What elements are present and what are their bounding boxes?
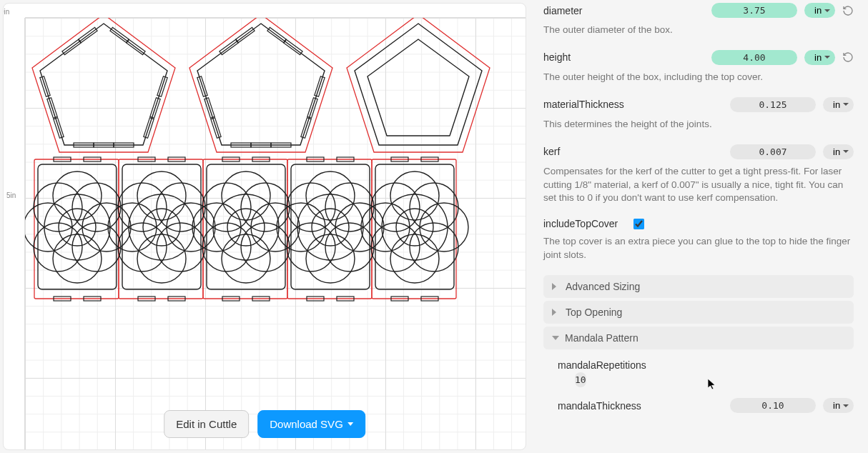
includetopcover-checkbox[interactable] [633, 219, 644, 229]
param-kerf-row: kerf 0.007 in [543, 141, 854, 161]
mandalathickness-unit-select[interactable]: in [823, 398, 854, 413]
mandalathickness-value-input[interactable]: 0.10 [730, 398, 816, 413]
parameters-sidebar: diameter 3.75 in The outer diameter of t… [529, 0, 868, 453]
kerf-unit-select[interactable]: in [823, 144, 854, 159]
canvas-button-row: Edit in Cuttle Download SVG [164, 410, 365, 438]
svg-marker-13 [32, 18, 175, 152]
section-advanced-sizing[interactable]: Advanced Sizing [543, 275, 854, 298]
materialthickness-unit-select[interactable]: in [823, 97, 854, 112]
param-description: This determines the height of the joints… [543, 114, 854, 141]
disclosure-closed-icon [552, 283, 560, 290]
param-includetopcover-row: includeTopCover [543, 215, 854, 231]
param-label: diameter [543, 5, 582, 16]
chevron-down-icon [347, 422, 353, 426]
diameter-value-input[interactable]: 3.75 [711, 3, 797, 18]
param-mandalarepetitions-row: mandalaRepetitions [543, 352, 854, 375]
param-diameter-row: diameter 3.75 in [543, 0, 854, 19]
param-mandalathickness-row: mandalaThickness 0.10 in [543, 391, 854, 417]
height-unit-select[interactable]: in [804, 50, 835, 65]
reset-icon[interactable] [842, 5, 854, 16]
svg-marker-22 [368, 39, 469, 136]
download-svg-button[interactable]: Download SVG [257, 410, 365, 438]
disclosure-closed-icon [552, 309, 560, 316]
reset-icon[interactable] [842, 51, 854, 63]
kerf-value-input[interactable]: 0.007 [730, 144, 816, 159]
param-description: Compensates for the kerf of the cutter t… [543, 161, 854, 216]
section-label: Top Opening [566, 307, 622, 318]
edit-in-cuttle-button[interactable]: Edit in Cuttle [164, 410, 249, 438]
svg-marker-15 [347, 18, 490, 152]
param-height-row: height 4.00 in [543, 47, 854, 66]
materialthickness-value-input[interactable]: 0.125 [730, 97, 816, 112]
param-label: includeTopCover [543, 218, 618, 229]
param-description: The outer height of the box, including t… [543, 66, 854, 94]
param-label: height [543, 51, 571, 63]
canvas-frame[interactable]: 0in 5in [3, 3, 526, 450]
param-label: mandalaRepetitions [558, 359, 646, 371]
svg-marker-14 [189, 18, 332, 152]
disclosure-open-icon [552, 336, 559, 340]
download-svg-label: Download SVG [270, 418, 343, 430]
design-preview[interactable] [25, 18, 526, 339]
ruler-vertical: 0in 5in [4, 18, 25, 449]
section-top-opening[interactable]: Top Opening [543, 301, 854, 324]
param-label: materialThickness [543, 99, 624, 110]
param-label: kerf [543, 146, 560, 157]
ruler-horizontal [25, 4, 526, 18]
ruler-tick-label: 0in [3, 8, 9, 16]
svg-marker-21 [355, 24, 482, 145]
param-materialthickness-row: materialThickness 0.125 in [543, 94, 854, 114]
diameter-unit-select[interactable]: in [804, 3, 835, 18]
param-description: The top cover is an extra piece you can … [543, 231, 854, 272]
param-label: mandalaThickness [558, 400, 641, 412]
height-value-input[interactable]: 4.00 [711, 50, 797, 65]
param-description: The outer diameter of the box. [543, 19, 854, 47]
canvas-area: 0in 5in [0, 0, 529, 453]
section-mandala-pattern[interactable]: Mandala Pattern [543, 327, 854, 349]
mandalarepetitions-value-input[interactable]: 10 [575, 372, 586, 387]
section-label: Mandala Pattern [565, 332, 638, 344]
section-label: Advanced Sizing [566, 281, 640, 292]
ruler-tick-label: 5in [6, 191, 16, 199]
